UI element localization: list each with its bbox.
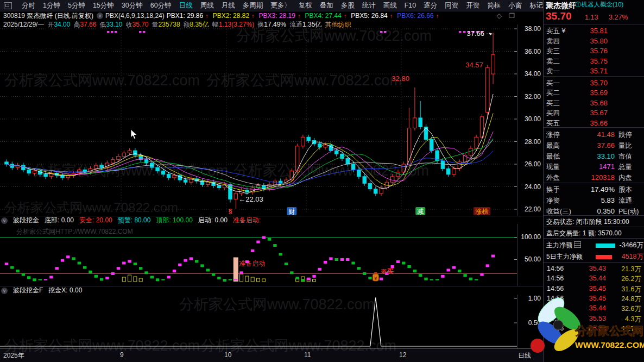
stat-最高: 最高37.66量比 — [544, 140, 644, 151]
up-arrow-icon: ↑ — [344, 13, 347, 19]
tick-row-1: 14:5635.4426.2万 — [544, 273, 644, 283]
menu-item-tool-1[interactable]: 叠加 — [316, 1, 337, 10]
tick-row-5: 14:5635.534.3万 — [544, 314, 644, 323]
price-change-pct: 3.27% — [609, 14, 628, 21]
book-level-label: 买一 — [546, 79, 560, 88]
divider — [544, 183, 644, 183]
book-row-买一[interactable]: 买一35.70 — [544, 78, 644, 88]
svg-text:37.66: 37.66 — [467, 29, 485, 38]
list-icon[interactable] — [574, 241, 581, 248]
stat-label: 涨停 — [546, 130, 560, 140]
book-level-label: 卖一 — [546, 67, 560, 76]
menu-item-period-9[interactable]: 多周期 — [239, 1, 267, 10]
book-row-买五[interactable]: 买五35.66 — [544, 118, 644, 128]
menu-item-tool-2[interactable]: 多股 — [337, 1, 358, 10]
up-arrow-icon: ↑ — [436, 13, 439, 19]
menu-item-tool-0[interactable]: 复权 — [295, 1, 316, 10]
tick-time: 14:56 — [547, 285, 564, 292]
book-row-卖四[interactable]: 卖四35.80 — [544, 36, 644, 46]
symbol-title: 300819 聚杰微纤 (日线.前复权) — [3, 11, 93, 21]
svg-text:34.00: 34.00 — [525, 70, 541, 78]
book-level-price: 35.70 — [565, 79, 608, 87]
osc-param-5: 启动: 0.00 — [198, 216, 228, 224]
menu-item-tool-4[interactable]: 画线 — [380, 1, 401, 10]
book-level-price: 35.68 — [565, 99, 608, 107]
book-row-买四[interactable]: 买四35.67 — [544, 108, 644, 118]
chevron-down-icon[interactable]: ∨ — [97, 13, 103, 19]
osc-param-0: 波段挖金 — [13, 216, 39, 224]
diamond-icon[interactable]: ◇ — [497, 12, 502, 20]
stat-label: 现量 — [546, 163, 560, 172]
tick-price: 35.53 — [565, 315, 606, 322]
book-row-买二[interactable]: 买二35.69 — [544, 88, 644, 98]
menu-item-period-0[interactable]: 分时 — [18, 1, 39, 10]
indicator-legend-bar: 300819 聚杰微纤 (日线.前复权) ∨ PBX(4,6,9,13,18,2… — [0, 11, 543, 20]
osc-param-4: 顶部: 100.00 — [156, 216, 192, 224]
menu-item-period-10[interactable]: 更多〉 — [267, 1, 295, 10]
menu-item-period-6[interactable]: 日线 — [175, 1, 197, 10]
flow-label: 主力净额 — [546, 241, 581, 250]
svg-text:0.50: 0.50 — [528, 319, 541, 327]
axis-label-10: 10 — [224, 351, 231, 359]
menu-item-period-4[interactable]: 30分钟 — [118, 1, 147, 10]
stock-name[interactable]: 聚杰微纤 — [546, 1, 576, 11]
stat-label-2: 总量 — [618, 163, 632, 172]
tick-volume: 31.6万 — [603, 285, 641, 294]
svg-text:22.00: 22.00 — [525, 205, 541, 213]
stat-value: 33.10 — [563, 152, 615, 160]
book-row-卖一[interactable]: 卖一35.71 — [544, 66, 644, 76]
up-arrow-icon: ↑ — [251, 13, 255, 19]
collapse-icon[interactable]: ∨ — [1, 217, 8, 224]
tick-price: 35.44 — [565, 274, 606, 282]
tick-price: 35.53 — [565, 324, 606, 332]
indicator-name[interactable]: PBX(4,6,9,13,18,24) — [105, 12, 165, 20]
book-level-label: 卖四 — [546, 37, 560, 46]
axis-label-9: 9 — [120, 351, 124, 359]
book-row-卖五 ¥[interactable]: 卖五 ¥35.81 — [544, 26, 644, 36]
book-level-label: 买二 — [546, 89, 560, 98]
collapse-icon[interactable]: ∨ — [1, 288, 8, 294]
menu-item-tool-10[interactable]: 小窗 — [504, 1, 526, 10]
menu-item-period-8[interactable]: 月线 — [218, 1, 239, 10]
menu-item-tool-3[interactable]: 统计 — [358, 1, 380, 10]
stat-label-2: 流通 — [618, 196, 632, 205]
book-level-label: 买四 — [546, 109, 560, 118]
menu-item-tool-9[interactable]: 简框 — [483, 1, 504, 10]
axis-label-11: 11 — [304, 351, 311, 359]
svg-text:30.00: 30.00 — [525, 115, 541, 123]
price-change: 1.13 — [585, 14, 598, 21]
tick-volume: 24.8万 — [603, 295, 641, 304]
concept-tag[interactable]: ①机器人概念(10) — [575, 1, 623, 9]
tick-time: 14:56 — [547, 324, 564, 332]
stat-value: 5.83 — [563, 196, 615, 204]
tick-price: 35.45 — [565, 295, 606, 302]
book-row-买三[interactable]: 买三35.68 — [544, 98, 644, 108]
pbx-legend: PBX1: 29.86↑PBX2: 28.82↑PBX3: 28.19↑PBX4… — [167, 12, 443, 20]
svg-text:减: 减 — [417, 208, 424, 215]
svg-text:准备启动: 准备启动 — [239, 260, 265, 267]
book-row-卖二[interactable]: 卖二35.75 — [544, 56, 644, 66]
menu-item-period-2[interactable]: 5分钟 — [64, 1, 89, 10]
ask-bid-divider — [544, 77, 644, 77]
f-panel-header: ∨ 波段挖金F挖金X: 0.00 — [0, 286, 543, 295]
stat-value: 1471 — [563, 163, 615, 171]
menu-item-tool-8[interactable]: 开资 — [462, 1, 483, 10]
divider — [544, 215, 644, 216]
main-candlestick-chart[interactable]: 38.0036.0034.0032.0030.0028.0026.0024.00… — [0, 24, 543, 216]
window-icon[interactable] — [4, 2, 12, 9]
book-row-卖三[interactable]: 卖三35.76 — [544, 46, 644, 56]
osc-param-2: 安全: 20.00 — [79, 216, 112, 224]
menu-item-period-1[interactable]: 1分钟 — [39, 1, 64, 10]
menu-item-tool-5[interactable]: F10 — [401, 2, 420, 9]
stat-value: 0.350 — [563, 207, 615, 215]
menu-item-period-7[interactable]: 周线 — [197, 1, 218, 10]
panel-layout-icon[interactable]: ❐ — [509, 12, 515, 20]
book-level-price: 35.71 — [565, 67, 608, 75]
menu-item-period-5[interactable]: 60分钟 — [147, 1, 175, 10]
menu-item-tool-7[interactable]: 同资 — [441, 1, 462, 10]
menu-item-period-3[interactable]: 15分钟 — [89, 1, 118, 10]
oscillator-chart[interactable]: 100.0050.00准备启动¥※买 — [0, 224, 543, 286]
stat-最低: 最低33.10市值 — [544, 151, 644, 162]
menu-item-tool-6[interactable]: 逐分 — [420, 1, 441, 10]
wajin-x-chart[interactable]: 1.000.50 — [0, 295, 543, 348]
